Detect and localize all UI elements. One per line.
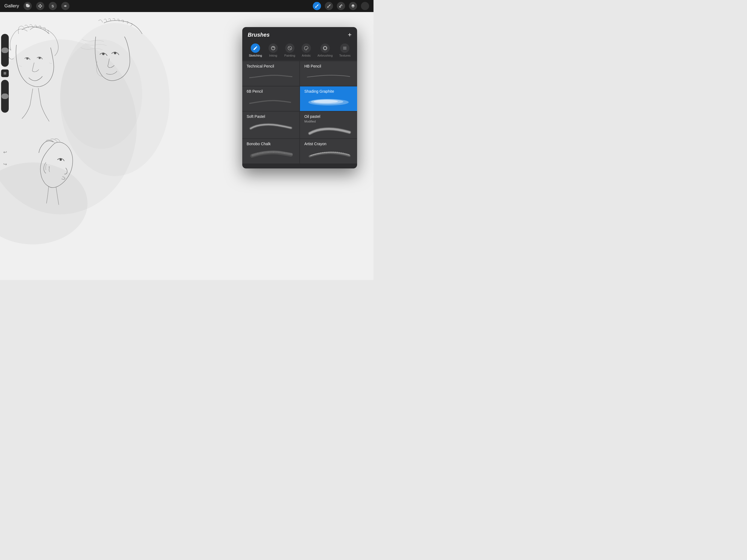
svg-point-16 — [273, 152, 274, 153]
opacity-thumb[interactable] — [1, 94, 8, 99]
brush-stroke — [304, 125, 353, 136]
brush-name: Soft Pastel — [247, 114, 295, 119]
avatar[interactable] — [361, 2, 369, 10]
gallery-button[interactable]: Gallery — [4, 3, 19, 9]
svg-point-17 — [279, 152, 279, 153]
brushes-panel: Brushes + Sketching I — [242, 27, 357, 169]
svg-rect-9 — [4, 72, 6, 74]
brushes-header: Brushes + — [242, 27, 357, 41]
svg-point-14 — [262, 152, 263, 153]
color-square-button[interactable] — [1, 70, 9, 77]
brush-name: 6B Pencil — [247, 89, 295, 94]
brush-item-artist-crayon[interactable]: Artist Crayon — [300, 139, 357, 163]
brush-tool-icon[interactable] — [313, 2, 321, 10]
svg-point-15 — [268, 152, 268, 153]
brush-name: Artist Crayon — [304, 142, 353, 146]
toolbar: Gallery S — [0, 0, 374, 12]
brush-item-hb-pencil[interactable]: HB Pencil — [300, 61, 357, 86]
brush-size-thumb[interactable] — [1, 48, 8, 53]
airbrushing-icon — [320, 44, 330, 53]
tab-sketching[interactable]: Sketching — [247, 42, 264, 58]
brush-name: Technical Pencil — [247, 64, 295, 68]
brush-name: Oil pastel — [304, 114, 353, 119]
wrench-icon[interactable] — [24, 2, 32, 10]
brush-name: Shading Graphite — [304, 89, 353, 94]
redo-button[interactable]: ↪ — [1, 160, 9, 168]
brush-name: Bonobo Chalk — [247, 142, 295, 146]
transform-icon[interactable] — [36, 2, 44, 10]
brush-stroke — [247, 95, 295, 106]
svg-point-2 — [26, 57, 28, 59]
textures-label: Textures — [339, 54, 351, 57]
brush-item-6b-pencil[interactable]: 6B Pencil — [242, 86, 300, 111]
tab-artistic[interactable]: Artistic — [300, 42, 313, 58]
artistic-label: Artistic — [302, 54, 311, 57]
brush-item-bonobo-chalk[interactable]: Bonobo Chalk — [242, 139, 300, 163]
brush-stroke — [247, 147, 295, 159]
brush-item-shading-graphite[interactable]: Shading Graphite — [300, 86, 357, 111]
tab-painting[interactable]: Painting — [282, 42, 298, 58]
left-sidebar: ↩ ↪ — [0, 34, 10, 168]
svg-point-18 — [284, 153, 285, 154]
eraser-tool-icon[interactable] — [337, 2, 345, 10]
brush-list: Technical Pencil HB Pencil — [242, 61, 357, 164]
layers-icon[interactable] — [349, 2, 357, 10]
add-brush-button[interactable]: + — [348, 31, 352, 38]
tab-textures[interactable]: Textures — [337, 42, 353, 58]
tab-inking[interactable]: Inking — [266, 42, 280, 58]
opacity-slider[interactable] — [1, 80, 9, 113]
painting-label: Painting — [284, 54, 295, 57]
svg-point-12 — [314, 100, 338, 103]
brush-name: HB Pencil — [304, 64, 353, 68]
svg-point-6 — [60, 159, 62, 161]
svg-point-7 — [60, 40, 142, 149]
smudge-tool-icon[interactable] — [325, 2, 333, 10]
brush-item-oil-pastel[interactable]: Oil pastel Modified — [300, 111, 357, 138]
brush-stroke — [304, 70, 353, 81]
brushes-title: Brushes — [248, 32, 269, 38]
brush-item-technical-pencil[interactable]: Technical Pencil — [242, 61, 300, 86]
toolbar-right — [313, 2, 369, 10]
svg-point-13 — [257, 153, 258, 153]
canvas-area: ↩ ↪ Brushes + Sketching — [0, 12, 374, 280]
svg-point-3 — [38, 57, 41, 59]
sketching-icon — [251, 44, 260, 53]
brush-item-soft-pastel[interactable]: Soft Pastel — [242, 111, 300, 138]
brush-stroke — [304, 95, 353, 106]
brush-stroke — [247, 120, 295, 131]
brush-stroke — [304, 147, 353, 159]
tab-airbrushing[interactable]: Airbrushing — [315, 42, 335, 58]
textures-icon — [340, 44, 350, 53]
category-tabs: Sketching Inking Painting — [242, 41, 357, 61]
brush-size-slider[interactable] — [1, 34, 9, 67]
artistic-icon — [302, 44, 311, 53]
sketching-label: Sketching — [249, 54, 262, 57]
airbrushing-label: Airbrushing — [317, 54, 333, 57]
toolbar-left: Gallery S — [4, 2, 70, 10]
inking-label: Inking — [269, 54, 277, 57]
painting-icon — [285, 44, 294, 53]
arrow-icon[interactable] — [61, 2, 70, 10]
s-icon[interactable]: S — [49, 2, 57, 10]
inking-icon — [268, 44, 278, 53]
brush-stroke — [247, 70, 295, 81]
undo-button[interactable]: ↩ — [1, 148, 9, 156]
sketch-artwork — [0, 12, 202, 280]
brush-modified: Modified — [304, 120, 353, 123]
